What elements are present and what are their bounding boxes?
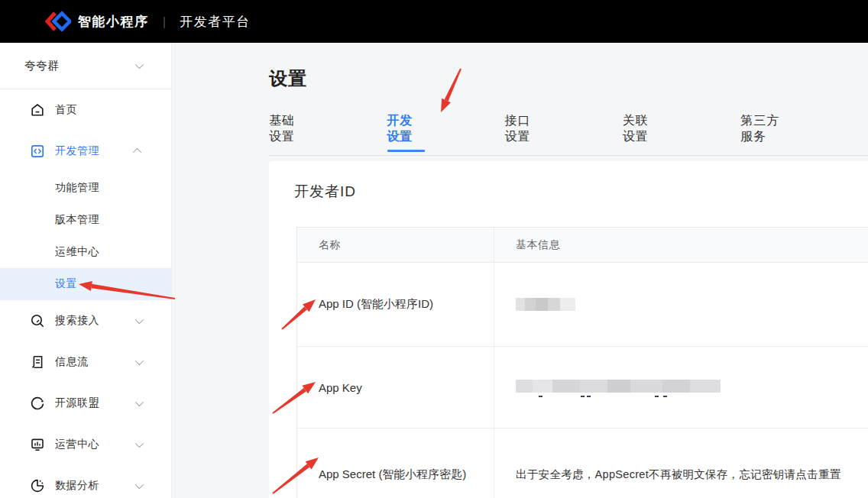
home-icon xyxy=(29,102,45,118)
tab-basic-settings[interactable]: 基础设置 xyxy=(269,113,307,155)
chevron-down-icon xyxy=(135,480,144,489)
developer-id-card: 开发者ID 名称 基本信息 App ID (智能小程序ID) Ap xyxy=(269,161,868,498)
developer-id-table: 名称 基本信息 App ID (智能小程序ID) App Key xyxy=(296,227,868,498)
search-icon xyxy=(29,313,45,329)
table-row-app-key: App Key xyxy=(297,347,868,428)
sidebar-item-feed[interactable]: 信息流 xyxy=(0,341,171,383)
app-key-label: App Key xyxy=(319,381,362,394)
sidebar-item-label: 搜索接入 xyxy=(55,314,135,328)
sidebar-item-operation-center[interactable]: 运营中心 xyxy=(0,424,171,465)
opensource-icon xyxy=(29,396,45,412)
app-id-value-redacted xyxy=(516,298,575,311)
sidebar-item-dev-management[interactable]: 开发管理 xyxy=(0,131,171,172)
code-icon xyxy=(29,144,45,160)
tab-third-party-services[interactable]: 第三方服务 xyxy=(740,113,789,155)
feed-icon xyxy=(29,354,45,370)
platform-title: 开发者平台 xyxy=(180,13,251,31)
section-title: 开发者ID xyxy=(294,182,356,202)
sidebar-item-label: 信息流 xyxy=(55,355,135,369)
current-app-name: 夸夸群 xyxy=(24,59,59,73)
sidebar-item-label: 运营中心 xyxy=(55,438,135,451)
top-bar: 智能小程序 ｜ 开发者平台 xyxy=(0,0,868,43)
brand-divider: ｜ xyxy=(159,15,170,29)
app-id-label: App ID (智能小程序ID) xyxy=(319,297,433,312)
sidebar-item-search-access[interactable]: 搜索接入 xyxy=(0,300,171,341)
column-header-name: 名称 xyxy=(297,228,494,262)
main-content: 设置 基础设置 开发设置 接口设置 关联设置 第三方服务 开发者ID 名称 基本… xyxy=(172,43,868,498)
sidebar-item-label: 数据分析 xyxy=(55,479,135,493)
table-row-app-id: App ID (智能小程序ID) xyxy=(297,263,868,347)
tab-dev-settings[interactable]: 开发设置 xyxy=(387,113,425,155)
chevron-down-icon xyxy=(135,357,144,365)
analytics-icon xyxy=(29,478,45,494)
chevron-down-icon xyxy=(135,398,144,406)
sidebar-item-label: 首页 xyxy=(55,103,141,117)
column-header-info: 基本信息 xyxy=(494,228,868,262)
monitor-icon xyxy=(29,437,45,453)
sidebar-item-label: 开发管理 xyxy=(55,144,135,158)
sidebar-item-ops-center[interactable]: 运维中心 xyxy=(0,236,171,268)
sidebar-item-feature-management[interactable]: 功能管理 xyxy=(0,172,171,204)
app-key-value-redacted xyxy=(516,380,721,393)
settings-tabs: 基础设置 开发设置 接口设置 关联设置 第三方服务 xyxy=(269,113,868,156)
chevron-down-icon xyxy=(135,60,144,69)
sidebar-item-version-management[interactable]: 版本管理 xyxy=(0,204,171,236)
sidebar-item-open-source-alliance[interactable]: 开源联盟 xyxy=(0,383,171,424)
tab-association-settings[interactable]: 关联设置 xyxy=(623,113,661,155)
table-row-app-secret: App Secret (智能小程序密匙) 出于安全考虑，AppSecret不再被… xyxy=(297,428,868,498)
chevron-down-icon xyxy=(135,439,144,448)
brand-title: 智能小程序 xyxy=(78,13,149,31)
sidebar: 夸夸群 首页 开发管理 功能管理 版本 xyxy=(0,43,172,498)
table-header-row: 名称 基本信息 xyxy=(297,228,868,263)
page-title: 设置 xyxy=(269,66,307,91)
sidebar-item-label: 开源联盟 xyxy=(55,396,135,410)
sidebar-item-data-analysis[interactable]: 数据分析 xyxy=(0,465,171,498)
sidebar-item-home[interactable]: 首页 xyxy=(0,89,171,131)
tab-api-settings[interactable]: 接口设置 xyxy=(505,113,543,155)
smartapp-logo-icon xyxy=(44,10,71,33)
app-secret-note: 出于安全考虑，AppSecret不再被明文保存，忘记密钥请点击重置 xyxy=(516,467,841,482)
app-switcher[interactable]: 夸夸群 xyxy=(0,43,171,89)
app-secret-label: App Secret (智能小程序密匙) xyxy=(319,467,466,482)
chevron-down-icon xyxy=(135,315,144,324)
sidebar-item-settings[interactable]: 设置 xyxy=(0,268,171,300)
